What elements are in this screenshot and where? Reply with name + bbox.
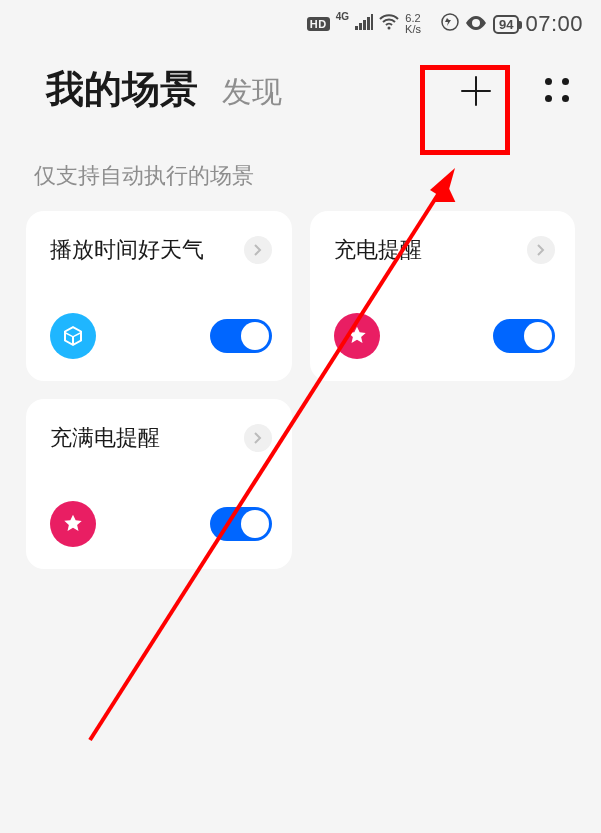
more-button[interactable]	[545, 78, 571, 104]
statusbar-left: HD 4G 6.2 K/s	[307, 13, 421, 35]
scene-title: 充电提醒	[334, 235, 422, 265]
cube-icon	[50, 313, 96, 359]
net-speed-unit: K/s	[405, 24, 421, 35]
clock: 07:00	[525, 11, 583, 37]
chevron-right-icon[interactable]	[244, 424, 272, 452]
statusbar: HD 4G 6.2 K/s 94 07:00	[0, 0, 601, 42]
hd-badge: HD	[307, 17, 330, 31]
tab-my-scenes[interactable]: 我的场景	[46, 64, 198, 115]
scene-card[interactable]: 播放时间好天气	[26, 211, 292, 381]
chevron-right-icon[interactable]	[244, 236, 272, 264]
scene-title: 充满电提醒	[50, 423, 160, 453]
dot-icon	[545, 95, 552, 102]
network-gen: 4G	[336, 11, 349, 22]
statusbar-right: 94 07:00	[441, 11, 583, 37]
header-actions	[441, 56, 571, 126]
tab-discover[interactable]: 发现	[222, 72, 282, 113]
scene-toggle[interactable]	[210, 507, 272, 541]
scene-grid: 播放时间好天气 充电提醒 充满电提醒	[0, 211, 601, 569]
section-note: 仅支持自动执行的场景	[0, 133, 601, 211]
wifi-icon	[379, 14, 399, 35]
chevron-right-icon[interactable]	[527, 236, 555, 264]
scene-toggle[interactable]	[210, 319, 272, 353]
battery-indicator: 94	[493, 15, 519, 34]
net-speed: 6.2 K/s	[405, 13, 421, 35]
dot-icon	[562, 78, 569, 85]
header: 我的场景 发现	[0, 42, 601, 133]
sync-icon	[441, 13, 459, 36]
scene-card[interactable]: 充满电提醒	[26, 399, 292, 569]
dot-icon	[545, 78, 552, 85]
scene-title: 播放时间好天气	[50, 235, 204, 265]
dot-icon	[562, 95, 569, 102]
svg-point-1	[442, 14, 458, 30]
eye-icon	[465, 14, 487, 35]
plus-icon	[456, 71, 496, 111]
scene-card[interactable]: 充电提醒	[310, 211, 576, 381]
star-icon	[50, 501, 96, 547]
scene-toggle[interactable]	[493, 319, 555, 353]
svg-point-0	[388, 26, 391, 29]
add-button[interactable]	[441, 56, 511, 126]
signal-bars-icon	[355, 14, 373, 35]
star-icon	[334, 313, 380, 359]
